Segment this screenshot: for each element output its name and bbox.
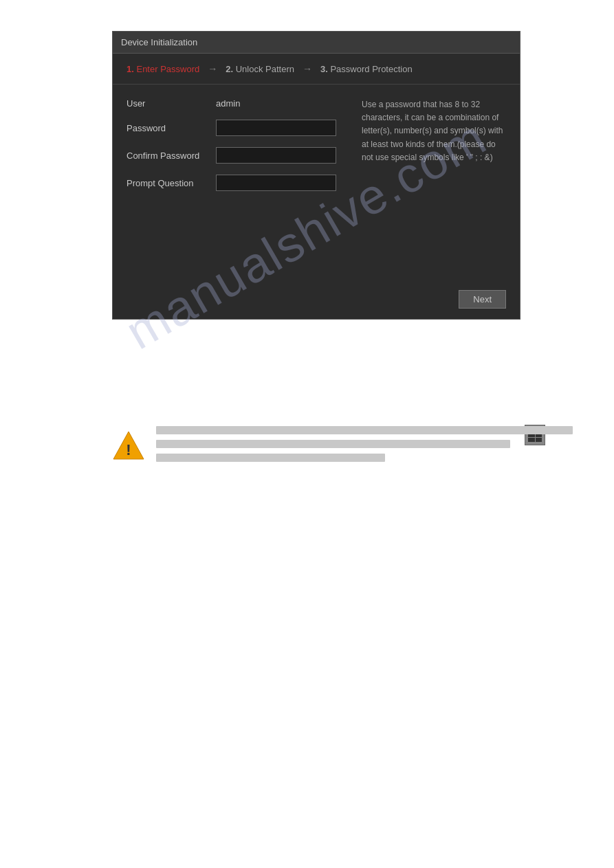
step-3-label: Password Protection [330, 64, 412, 74]
step-1: 1. Enter Password [127, 64, 199, 74]
step-3: 3. Password Protection [320, 64, 413, 74]
hint-text: Use a password that has 8 to 32 characte… [362, 98, 506, 164]
step-2: 2. Unlock Pattern [226, 64, 294, 74]
user-value: admin [216, 98, 240, 109]
step-1-number: 1. [127, 64, 134, 74]
step-3-number: 3. [320, 64, 328, 74]
device-initialization-dialog: Device Initialization 1. Enter Password … [112, 31, 520, 320]
step-2-number: 2. [226, 64, 233, 74]
confirm-password-row: Confirm Password [127, 147, 348, 164]
form-section: User admin Password Confirm Password Pro… [127, 98, 348, 202]
step-arrow-1: → [208, 63, 217, 74]
warning-line-1 [156, 426, 573, 434]
confirm-password-input[interactable] [216, 147, 336, 164]
prompt-question-input[interactable] [216, 175, 336, 191]
step-1-label: Enter Password [136, 64, 199, 74]
dialog-content: User admin Password Confirm Password Pro… [113, 85, 520, 216]
step-arrow-2: → [303, 63, 312, 74]
warning-text-lines [156, 426, 573, 467]
warning-section: ! [112, 426, 573, 467]
password-input[interactable] [216, 120, 336, 136]
next-button[interactable]: Next [459, 290, 506, 309]
password-label: Password [127, 123, 216, 133]
user-row: User admin [127, 98, 348, 109]
hint-section: Use a password that has 8 to 32 characte… [362, 98, 506, 202]
warning-line-3 [156, 454, 385, 462]
dialog-title: Device Initialization [121, 37, 197, 47]
warning-icon: ! [112, 429, 145, 462]
warning-line-2 [156, 440, 510, 448]
step-2-label: Unlock Pattern [236, 64, 294, 74]
user-label: User [127, 98, 216, 109]
dialog-title-bar: Device Initialization [113, 32, 520, 54]
svg-text:!: ! [126, 441, 131, 458]
prompt-question-label: Prompt Question [127, 178, 216, 188]
confirm-password-label: Confirm Password [127, 151, 216, 161]
prompt-question-row: Prompt Question [127, 175, 348, 191]
steps-bar: 1. Enter Password → 2. Unlock Pattern → … [113, 54, 520, 85]
dialog-footer: Next [459, 290, 506, 309]
password-row: Password [127, 120, 348, 136]
